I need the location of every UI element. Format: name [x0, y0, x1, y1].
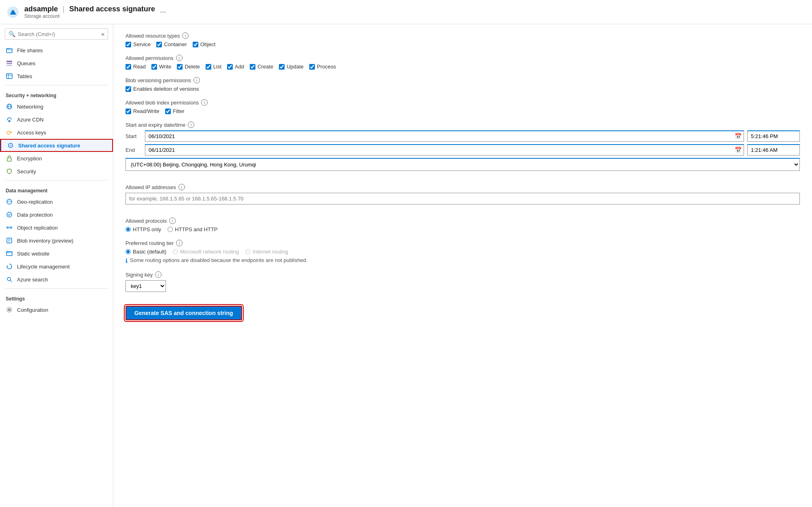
blob-index-info-icon[interactable]: i	[201, 99, 208, 106]
checkbox-read[interactable]: Read	[125, 64, 146, 70]
sidebar-label-lifecycle-management: Lifecycle management	[17, 264, 70, 270]
checkbox-add-input[interactable]	[227, 64, 233, 70]
radio-basic-input[interactable]	[125, 249, 131, 254]
timezone-select[interactable]: (UTC+08:00) Beijing, Chongqing, Hong Kon…	[125, 158, 800, 171]
checkbox-list[interactable]: List	[206, 64, 221, 70]
checkbox-write[interactable]: Write	[151, 64, 171, 70]
checkbox-add[interactable]: Add	[227, 64, 244, 70]
resource-types-info-icon[interactable]: i	[182, 32, 189, 39]
checkbox-process-input[interactable]	[309, 64, 315, 70]
checkbox-read-write[interactable]: Read/Write	[125, 108, 159, 114]
checkbox-delete-input[interactable]	[177, 64, 183, 70]
allowed-protocols-info-icon[interactable]: i	[169, 217, 176, 224]
checkbox-service-input[interactable]	[125, 42, 131, 47]
start-calendar-icon[interactable]: 📅	[735, 133, 742, 139]
sidebar-item-security[interactable]: Security	[0, 165, 113, 178]
radio-internet-routing[interactable]: Internet routing	[245, 249, 288, 255]
start-date-input[interactable]	[145, 130, 744, 142]
sidebar-item-object-replication[interactable]: Object replication	[0, 221, 113, 234]
allowed-ip-input[interactable]	[125, 193, 800, 205]
svg-rect-2	[7, 48, 9, 49]
divider-settings	[6, 288, 107, 289]
sidebar-item-data-protection[interactable]: Data protection	[0, 208, 113, 221]
permissions-info-icon[interactable]: i	[176, 55, 183, 61]
sidebar-item-file-shares[interactable]: File shares	[0, 44, 113, 57]
versioning-info-icon[interactable]: i	[193, 77, 200, 83]
end-time-input[interactable]	[747, 144, 800, 156]
sidebar-label-geo-replication: Geo-replication	[17, 199, 53, 205]
sidebar-label-azure-cdn: Azure CDN	[17, 117, 44, 123]
checkbox-enables-deletion-input[interactable]	[125, 86, 131, 92]
end-calendar-icon[interactable]: 📅	[735, 147, 742, 153]
sidebar-item-geo-replication[interactable]: Geo-replication	[0, 195, 113, 208]
radio-https-only-input[interactable]	[125, 227, 131, 232]
checkbox-object-input[interactable]	[193, 42, 198, 47]
checkbox-container-input[interactable]	[156, 42, 162, 47]
checkbox-object[interactable]: Object	[193, 41, 216, 47]
collapse-button[interactable]: «	[101, 31, 104, 37]
radio-internet-routing-input[interactable]	[245, 249, 251, 254]
sidebar-item-tables[interactable]: Tables	[0, 70, 113, 83]
generate-sas-button[interactable]: Generate SAS and connection string	[125, 306, 242, 320]
signing-key-info-icon[interactable]: i	[155, 271, 162, 278]
networking-icon	[6, 103, 13, 110]
radio-https-http-input[interactable]	[168, 227, 173, 232]
checkbox-process[interactable]: Process	[309, 64, 336, 70]
signing-key-select[interactable]: key1 key2	[125, 280, 166, 292]
divider-data-mgmt	[6, 180, 107, 181]
more-options-icon[interactable]: ···	[160, 8, 166, 16]
checkbox-enables-deletion[interactable]: Enables deletion of versions	[125, 86, 199, 92]
sidebar-item-blob-inventory[interactable]: Blob inventory (preview)	[0, 234, 113, 247]
start-date-wrap: 📅	[145, 130, 744, 142]
allowed-permissions-label: Allowed permissions i	[125, 55, 800, 61]
end-date-input[interactable]	[145, 144, 744, 156]
checkbox-delete-label: Delete	[185, 64, 200, 70]
checkbox-container[interactable]: Container	[156, 41, 187, 47]
blob-versioning-checkboxes: Enables deletion of versions	[125, 86, 800, 92]
sidebar-item-static-website[interactable]: Static website	[0, 247, 113, 260]
radio-basic[interactable]: Basic (default)	[125, 249, 166, 255]
checkbox-create-input[interactable]	[250, 64, 255, 70]
start-time-input[interactable]	[747, 130, 800, 142]
sidebar-item-shared-access-signature[interactable]: Shared access signature	[0, 139, 113, 152]
radio-microsoft-routing-input[interactable]	[173, 249, 178, 254]
checkbox-delete[interactable]: Delete	[177, 64, 200, 70]
sidebar-item-networking[interactable]: Networking	[0, 100, 113, 113]
allowed-ip-info-icon[interactable]: i	[179, 184, 185, 190]
sidebar-item-azure-cdn[interactable]: Azure CDN	[0, 113, 113, 126]
checkbox-list-input[interactable]	[206, 64, 211, 70]
sidebar-label-object-replication: Object replication	[17, 225, 57, 231]
radio-https-only[interactable]: HTTPS only	[125, 226, 161, 232]
radio-https-http[interactable]: HTTPS and HTTP	[168, 226, 217, 232]
checkbox-update[interactable]: Update	[279, 64, 304, 70]
blob-index-checkboxes: Read/Write Filter	[125, 108, 800, 114]
checkbox-process-label: Process	[317, 64, 336, 70]
svg-rect-4	[6, 63, 12, 64]
search-input[interactable]	[18, 31, 101, 37]
svg-point-29	[9, 309, 11, 311]
radio-basic-label: Basic (default)	[133, 249, 166, 255]
checkbox-service[interactable]: Service	[125, 41, 151, 47]
routing-note: ℹ Some routing options are disabled beca…	[125, 257, 800, 264]
svg-point-11	[7, 131, 10, 134]
radio-microsoft-routing[interactable]: Microsoft network routing	[173, 249, 239, 255]
search-box[interactable]: 🔍 «	[5, 28, 108, 40]
sidebar-label-access-keys: Access keys	[17, 130, 46, 136]
sidebar-item-queues[interactable]: Queues	[0, 57, 113, 70]
routing-tier-info-icon[interactable]: i	[176, 240, 183, 246]
sidebar-item-lifecycle-management[interactable]: Lifecycle management	[0, 260, 113, 273]
sidebar-item-encryption[interactable]: Encryption	[0, 152, 113, 165]
sidebar-item-azure-search[interactable]: Azure search	[0, 273, 113, 286]
start-expiry-info-icon[interactable]: i	[188, 121, 194, 128]
signing-key-section: Signing key i key1 key2	[125, 271, 800, 292]
allowed-ip-section: Allowed IP addresses i	[125, 184, 800, 210]
checkbox-write-input[interactable]	[151, 64, 157, 70]
checkbox-create[interactable]: Create	[250, 64, 273, 70]
checkbox-read-write-input[interactable]	[125, 109, 131, 114]
sidebar-item-access-keys[interactable]: Access keys	[0, 126, 113, 139]
checkbox-filter[interactable]: Filter	[165, 108, 185, 114]
checkbox-read-input[interactable]	[125, 64, 131, 70]
checkbox-update-input[interactable]	[279, 64, 285, 70]
sidebar-item-configuration[interactable]: Configuration	[0, 303, 113, 316]
checkbox-filter-input[interactable]	[165, 109, 171, 114]
